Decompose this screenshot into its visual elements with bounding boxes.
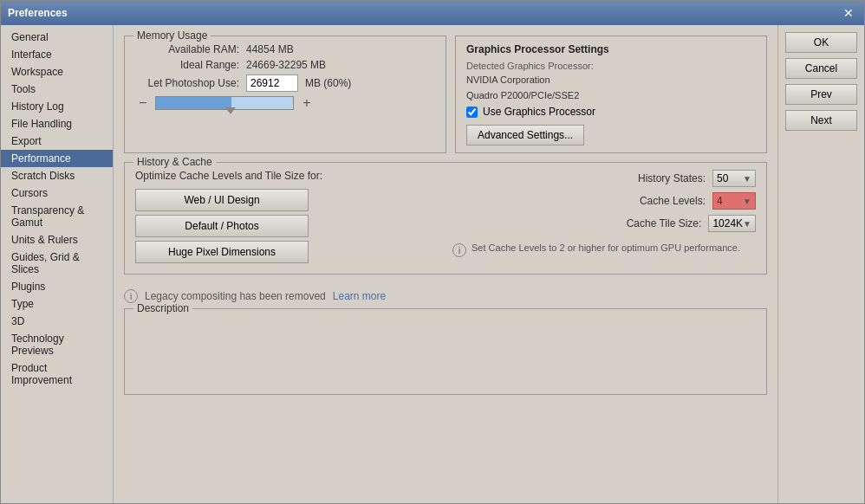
cancel-button[interactable]: Cancel <box>785 58 857 79</box>
history-states-value: 50 <box>717 172 728 184</box>
available-ram-row: Available RAM: 44854 MB <box>135 43 435 55</box>
prev-button[interactable]: Prev <box>785 84 857 105</box>
cache-levels-label: Cache Levels: <box>640 195 706 207</box>
sidebar-item-transparency--gamut[interactable]: Transparency & Gamut <box>1 202 113 231</box>
mb-label: MB (60%) <box>305 77 351 89</box>
sidebar-item-guides-grid--slices[interactable]: Guides, Grid & Slices <box>1 249 113 278</box>
sidebar-item-tools[interactable]: Tools <box>1 81 113 98</box>
history-states-select[interactable]: 50 ▼ <box>712 170 756 187</box>
sidebar-item-general[interactable]: General <box>1 29 113 46</box>
sidebar-item-scratch-disks[interactable]: Scratch Disks <box>1 167 113 184</box>
history-states-row: History States: 50 ▼ <box>452 170 756 187</box>
ideal-range-row: Ideal Range: 24669-32295 MB <box>135 59 435 71</box>
dialog-title: Preferences <box>8 7 68 19</box>
let-photoshop-label: Let Photoshop Use: <box>135 77 239 89</box>
cache-levels-row: Cache Levels: 4 ▼ <box>452 192 756 210</box>
cache-tile-chevron-icon: ▼ <box>743 219 751 229</box>
advanced-settings-button[interactable]: Advanced Settings... <box>466 125 584 145</box>
sidebar-item-file-handling[interactable]: File Handling <box>1 115 113 132</box>
sidebar-item-technology-previews[interactable]: Technology Previews <box>1 330 113 359</box>
ram-input[interactable] <box>246 74 298 92</box>
gpu-info-text: Set Cache Levels to 2 or higher for opti… <box>472 242 740 253</box>
sidebar-item-workspace[interactable]: Workspace <box>1 63 113 81</box>
use-gpu-row: Use Graphics Processor <box>466 106 756 118</box>
legacy-info-icon: i <box>124 289 138 303</box>
next-button[interactable]: Next <box>785 110 857 131</box>
title-bar: Preferences ✕ <box>1 1 864 25</box>
memory-slider[interactable] <box>155 96 294 110</box>
cache-levels-chevron-icon: ▼ <box>743 197 751 206</box>
sidebar-item-cursors[interactable]: Cursors <box>1 184 113 202</box>
history-states-label: History States: <box>638 172 706 184</box>
slider-thumb <box>225 107 236 114</box>
slider-increase-button[interactable]: + <box>299 95 314 111</box>
memory-section-label: Memory Usage <box>133 29 211 42</box>
main-content: Memory Usage Available RAM: 44854 MB Ide… <box>114 25 777 503</box>
description-label: Description <box>133 302 192 314</box>
cache-levels-value: 4 <box>717 195 723 207</box>
cache-tile-label: Cache Tile Size: <box>627 217 702 229</box>
dialog-body: GeneralInterfaceWorkspaceToolsHistory Lo… <box>1 25 864 503</box>
optimize-label: Optimize Cache Levels and Tile Size for: <box>135 170 439 182</box>
gpu-name-line1: NVIDIA Corporation <box>466 74 756 85</box>
sidebar-item-interface[interactable]: Interface <box>1 46 113 63</box>
gpu-detected-label: Detected Graphics Processor: <box>466 61 756 71</box>
history-cache-label: History & Cache <box>133 156 216 168</box>
cache-left: Optimize Cache Levels and Tile Size for:… <box>135 170 439 267</box>
sidebar-item-plugins[interactable]: Plugins <box>1 278 113 295</box>
history-states-chevron-icon: ▼ <box>743 174 751 184</box>
use-gpu-checkbox[interactable] <box>466 107 478 118</box>
sidebar: GeneralInterfaceWorkspaceToolsHistory Lo… <box>1 25 114 503</box>
cache-tile-row: Cache Tile Size: 1024K ▼ <box>452 215 756 232</box>
sidebar-item-export[interactable]: Export <box>1 132 113 150</box>
legacy-row: i Legacy compositing has been removed Le… <box>124 283 767 308</box>
cache-tile-value: 1024K <box>712 217 743 229</box>
web-ui-design-button[interactable]: Web / UI Design <box>135 189 309 211</box>
slider-container: − + <box>135 95 435 111</box>
available-ram-value: 44854 MB <box>246 43 294 55</box>
ideal-range-value: 24669-32295 MB <box>246 59 326 71</box>
sidebar-item-history-log[interactable]: History Log <box>1 98 113 115</box>
gpu-section-title: Graphics Processor Settings <box>466 43 756 55</box>
history-cache-section: History & Cache Optimize Cache Levels an… <box>124 162 767 275</box>
slider-decrease-button[interactable]: − <box>135 95 150 111</box>
use-gpu-label: Use Graphics Processor <box>483 106 595 118</box>
ok-button[interactable]: OK <box>785 32 857 53</box>
top-sections: Memory Usage Available RAM: 44854 MB Ide… <box>124 36 767 153</box>
available-ram-label: Available RAM: <box>135 43 239 55</box>
preferences-dialog: Preferences ✕ GeneralInterfaceWorkspaceT… <box>0 0 865 504</box>
huge-pixel-button[interactable]: Huge Pixel Dimensions <box>135 241 309 263</box>
legacy-text: Legacy compositing has been removed <box>145 290 326 302</box>
info-icon: i <box>452 243 466 257</box>
sidebar-item-units--rulers[interactable]: Units & Rulers <box>1 231 113 249</box>
cache-content: Optimize Cache Levels and Tile Size for:… <box>135 170 756 267</box>
description-section: Description <box>124 308 767 395</box>
sidebar-item-3d[interactable]: 3D <box>1 313 113 330</box>
cache-right: History States: 50 ▼ Cache Levels: 4 ▼ <box>452 170 756 267</box>
right-panel: OK Cancel Prev Next <box>777 25 864 503</box>
gpu-name-line2: Quadro P2000/PCIe/SSE2 <box>466 90 756 100</box>
let-photoshop-row: Let Photoshop Use: MB (60%) <box>135 74 435 92</box>
sidebar-item-type[interactable]: Type <box>1 295 113 313</box>
ideal-range-label: Ideal Range: <box>135 59 239 71</box>
sidebar-item-product-improvement[interactable]: Product Improvement <box>1 359 113 389</box>
sidebar-item-performance[interactable]: Performance <box>1 150 113 167</box>
gpu-info-row: i Set Cache Levels to 2 or higher for op… <box>452 242 756 257</box>
memory-section: Memory Usage Available RAM: 44854 MB Ide… <box>124 36 446 153</box>
default-photos-button[interactable]: Default / Photos <box>135 215 309 237</box>
learn-more-link[interactable]: Learn more <box>333 290 386 302</box>
cache-tile-select[interactable]: 1024K ▼ <box>708 215 756 232</box>
gpu-section: Graphics Processor Settings Detected Gra… <box>455 36 767 153</box>
close-button[interactable]: ✕ <box>840 6 857 20</box>
cache-levels-select[interactable]: 4 ▼ <box>712 192 756 210</box>
